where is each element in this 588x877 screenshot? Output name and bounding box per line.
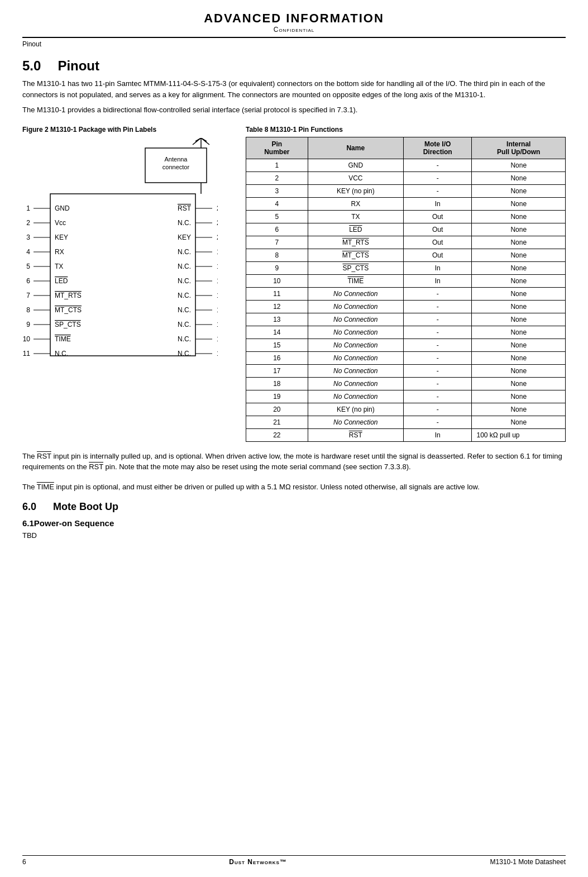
pin-pull-cell: None [472, 159, 566, 171]
section5-number: 5.0 [22, 58, 41, 73]
page: ADVANCED INFORMATION Confidential Pinout… [0, 0, 588, 877]
two-column-layout: Figure 2 M1310-1 Package with Pin Labels… [22, 126, 566, 442]
table-row: 7MT_RTSOutNone [246, 236, 566, 249]
section5-title: 5.0Pinout [22, 58, 566, 74]
pin-pull-cell: None [472, 326, 566, 339]
svg-text:MT_CTS: MT_CTS [55, 306, 82, 314]
pin-number-cell: 8 [246, 249, 308, 261]
pin-name-cell: No Connection [308, 287, 403, 300]
pin-direction-cell: Out [403, 236, 472, 249]
footer-doc-name: M1310-1 Mote Datasheet [490, 858, 566, 866]
table-row: 19No Connection-None [246, 390, 566, 403]
pin-number-cell: 2 [246, 171, 308, 184]
pin-direction-cell: - [403, 287, 472, 300]
svg-text:N.C.: N.C. [178, 306, 191, 314]
pin-number-cell: 14 [246, 326, 308, 339]
section61-body: TBD [22, 530, 566, 541]
header-title: ADVANCED INFORMATION [22, 11, 566, 26]
table-row: 22RSTIn100 kΩ pull up [246, 428, 566, 441]
pin-number-cell: 12 [246, 300, 308, 313]
pin-number-cell: 9 [246, 261, 308, 274]
rst-overline: RST [37, 452, 51, 460]
pin-number-cell: 6 [246, 223, 308, 236]
pin-pull-cell: None [472, 249, 566, 261]
pin-name-cell: MT_RTS [308, 236, 403, 249]
svg-text:N.C.: N.C. [178, 263, 191, 270]
pin-direction-cell: - [403, 171, 472, 184]
svg-text:12: 12 [217, 350, 218, 358]
svg-rect-9 [50, 194, 195, 356]
section61-heading: Power-on Sequence [34, 518, 114, 528]
svg-text:N.C.: N.C. [178, 321, 191, 328]
pin-direction-cell: - [403, 313, 472, 326]
svg-text:6: 6 [26, 277, 30, 285]
pin-number-cell: 17 [246, 364, 308, 377]
pin-pull-cell: None [472, 351, 566, 364]
svg-text:21: 21 [217, 219, 218, 227]
table-row: 4RXInNone [246, 197, 566, 210]
svg-text:22: 22 [217, 204, 218, 212]
pin-number-cell: 15 [246, 339, 308, 351]
table-row: 5TXOutNone [246, 210, 566, 223]
table-row: 9SP_CTSInNone [246, 261, 566, 274]
table-row: 10TIMEInNone [246, 274, 566, 287]
pin-pull-cell: None [472, 416, 566, 428]
pin-pull-cell: None [472, 364, 566, 377]
svg-text:N.C.: N.C. [178, 277, 191, 285]
table-row: 6LEDOutNone [246, 223, 566, 236]
pin-number-cell: 5 [246, 210, 308, 223]
pin-name-cell: No Connection [308, 351, 403, 364]
pin-name-cell: No Connection [308, 416, 403, 428]
table-row: 20KEY (no pin)-None [246, 403, 566, 416]
pin-direction-cell: - [403, 390, 472, 403]
pin-name-cell: MT_CTS [308, 249, 403, 261]
table-row: 14No Connection-None [246, 326, 566, 339]
svg-text:N.C.: N.C. [178, 292, 191, 299]
svg-text:15: 15 [217, 306, 218, 314]
svg-text:N.C.: N.C. [178, 335, 191, 343]
pin-name-cell: VCC [308, 171, 403, 184]
pin-direction-cell: - [403, 159, 472, 171]
pinout-diagram: Antenna connector [22, 138, 218, 373]
pin-number-cell: 10 [246, 274, 308, 287]
pin-direction-cell: Out [403, 223, 472, 236]
section5-heading: Pinout [58, 58, 99, 73]
pin-pull-cell: None [472, 171, 566, 184]
pin-pull-cell: None [472, 184, 566, 197]
svg-line-3 [193, 138, 201, 145]
svg-text:8: 8 [26, 306, 30, 314]
time-overline: TIME [37, 483, 54, 491]
pin-number-cell: 11 [246, 287, 308, 300]
header-subtitle: Confidential [22, 26, 566, 34]
svg-text:17: 17 [217, 277, 218, 285]
table-row: 18No Connection-None [246, 377, 566, 390]
pin-name-cell: No Connection [308, 339, 403, 351]
figure2-container: Figure 2 M1310-1 Package with Pin Labels… [22, 126, 229, 442]
svg-text:SP_CTS: SP_CTS [55, 321, 81, 328]
footer-page-number: 6 [22, 858, 26, 866]
pin-name-cell: No Connection [308, 313, 403, 326]
section6-title: 6.0Mote Boot Up [22, 501, 566, 513]
pin-direction-cell: Out [403, 249, 472, 261]
pin-pull-cell: None [472, 210, 566, 223]
pin-number-cell: 13 [246, 313, 308, 326]
col-header-pin: PinNumber [246, 137, 308, 159]
pin-number-cell: 3 [246, 184, 308, 197]
svg-text:18: 18 [217, 263, 218, 270]
table-row: 13No Connection-None [246, 313, 566, 326]
pin-direction-cell: - [403, 351, 472, 364]
table-row: 8MT_CTSOutNone [246, 249, 566, 261]
svg-text:4: 4 [26, 248, 30, 256]
table-row: 2VCC-None [246, 171, 566, 184]
pin-name-cell: RX [308, 197, 403, 210]
svg-text:5: 5 [26, 263, 30, 270]
pin-number-cell: 4 [246, 197, 308, 210]
table8-label: Table 8 M1310-1 Pin Functions [246, 126, 566, 134]
svg-text:RST: RST [178, 204, 192, 212]
pin-number-cell: 16 [246, 351, 308, 364]
svg-text:13: 13 [217, 335, 218, 343]
svg-text:16: 16 [217, 292, 218, 299]
footer-company: Dust Networks™ [229, 858, 287, 866]
pin-number-cell: 20 [246, 403, 308, 416]
table-row: 16No Connection-None [246, 351, 566, 364]
